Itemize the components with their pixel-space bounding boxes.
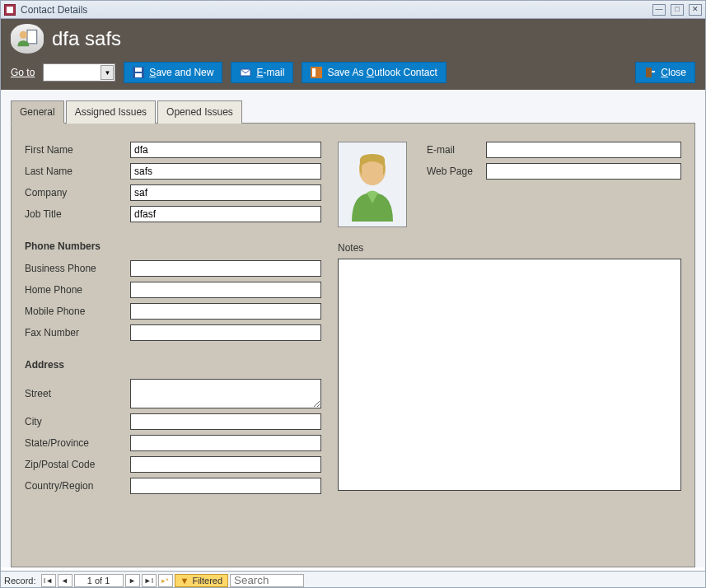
door-icon xyxy=(644,67,656,78)
tab-general[interactable]: General xyxy=(11,100,64,124)
zip-input[interactable] xyxy=(130,456,321,473)
save-icon xyxy=(133,67,144,78)
last-name-label: Last Name xyxy=(25,166,130,177)
save-and-new-button[interactable]: Save and New xyxy=(124,62,222,83)
record-label: Record: xyxy=(4,576,36,586)
nav-new-button[interactable]: ▸* xyxy=(158,574,173,587)
first-name-input[interactable] xyxy=(130,142,321,158)
nav-prev-button[interactable]: ◄ xyxy=(58,574,72,587)
search-input[interactable] xyxy=(230,574,304,587)
maximize-button[interactable]: □ xyxy=(671,4,684,16)
company-input[interactable] xyxy=(130,184,321,201)
city-input[interactable] xyxy=(130,413,321,430)
save-and-new-label: ave and New xyxy=(156,67,213,78)
street-input[interactable] xyxy=(130,379,321,408)
notes-label: Notes xyxy=(338,242,681,254)
city-label: City xyxy=(25,416,130,427)
window-title: Contact Details xyxy=(21,4,652,16)
address-section-head: Address xyxy=(25,359,321,371)
home-phone-label: Home Phone xyxy=(25,284,130,296)
contact-card-icon xyxy=(11,24,44,54)
state-input[interactable] xyxy=(130,435,321,451)
nav-first-button[interactable]: I◄ xyxy=(41,574,56,587)
svg-rect-0 xyxy=(27,30,37,44)
last-name-input[interactable] xyxy=(130,163,321,180)
tab-opened-issues[interactable]: Opened Issues xyxy=(157,100,242,124)
contact-name-title: dfa safs xyxy=(52,27,121,50)
country-input[interactable] xyxy=(130,478,321,494)
close-button[interactable]: Close xyxy=(635,62,695,83)
business-phone-label: Business Phone xyxy=(25,263,130,274)
first-name-label: First Name xyxy=(25,144,130,156)
contact-photo[interactable] xyxy=(338,142,407,227)
outlook-icon xyxy=(311,67,322,78)
webpage-input[interactable] xyxy=(486,163,681,180)
mobile-phone-input[interactable] xyxy=(130,303,321,320)
fax-number-label: Fax Number xyxy=(25,327,130,338)
nav-next-button[interactable]: ► xyxy=(125,574,140,587)
svg-rect-8 xyxy=(646,68,652,77)
phone-section-head: Phone Numbers xyxy=(25,240,321,252)
fax-number-input[interactable] xyxy=(130,324,321,341)
street-label: Street xyxy=(25,388,130,399)
header: dfa safs Go to ▼ Save and New E-mail Sav… xyxy=(1,19,705,90)
svg-rect-3 xyxy=(135,68,142,72)
chevron-down-icon: ▼ xyxy=(101,65,114,80)
home-phone-input[interactable] xyxy=(130,282,321,298)
save-as-outlook-button[interactable]: Save As Outlook Contact xyxy=(302,62,446,83)
tabs: General Assigned Issues Opened Issues xyxy=(11,100,695,123)
business-phone-input[interactable] xyxy=(130,260,321,277)
titlebar: Contact Details — □ ✕ xyxy=(1,1,705,19)
job-title-label: Job Title xyxy=(25,208,130,220)
nav-last-button[interactable]: ►I xyxy=(142,574,157,587)
statusbar: Record: I◄ ◄ 1 of 1 ► ►I ▸* ▼ Filtered xyxy=(1,571,705,588)
email-input[interactable] xyxy=(486,142,681,158)
webpage-label: Web Page xyxy=(427,166,486,177)
close-window-button[interactable]: ✕ xyxy=(689,4,702,16)
svg-rect-9 xyxy=(652,71,655,72)
minimize-button[interactable]: — xyxy=(652,4,666,16)
country-label: Country/Region xyxy=(25,480,130,492)
email-icon xyxy=(240,67,251,78)
svg-point-1 xyxy=(20,31,27,39)
company-label: Company xyxy=(25,187,130,198)
state-label: State/Province xyxy=(25,437,130,449)
email-label: E-mail xyxy=(427,144,486,156)
zip-label: Zip/Postal Code xyxy=(25,459,130,470)
record-position: 1 of 1 xyxy=(74,574,124,587)
job-title-input[interactable] xyxy=(130,206,321,222)
filtered-indicator[interactable]: ▼ Filtered xyxy=(175,574,229,587)
toolbar: Go to ▼ Save and New E-mail Save As Outl… xyxy=(11,58,695,90)
goto-select[interactable]: ▼ xyxy=(43,63,115,82)
notes-input[interactable] xyxy=(338,259,681,491)
app-icon xyxy=(4,4,16,16)
email-button[interactable]: E-mail xyxy=(231,62,293,83)
filter-icon: ▼ xyxy=(180,576,189,586)
mobile-phone-label: Mobile Phone xyxy=(25,306,130,317)
tab-assigned-issues[interactable]: Assigned Issues xyxy=(66,100,156,124)
svg-rect-7 xyxy=(312,68,316,77)
general-panel: First Name Last Name Company Job Title P… xyxy=(11,123,695,567)
svg-rect-4 xyxy=(135,73,142,77)
goto-label: Go to xyxy=(11,67,35,78)
